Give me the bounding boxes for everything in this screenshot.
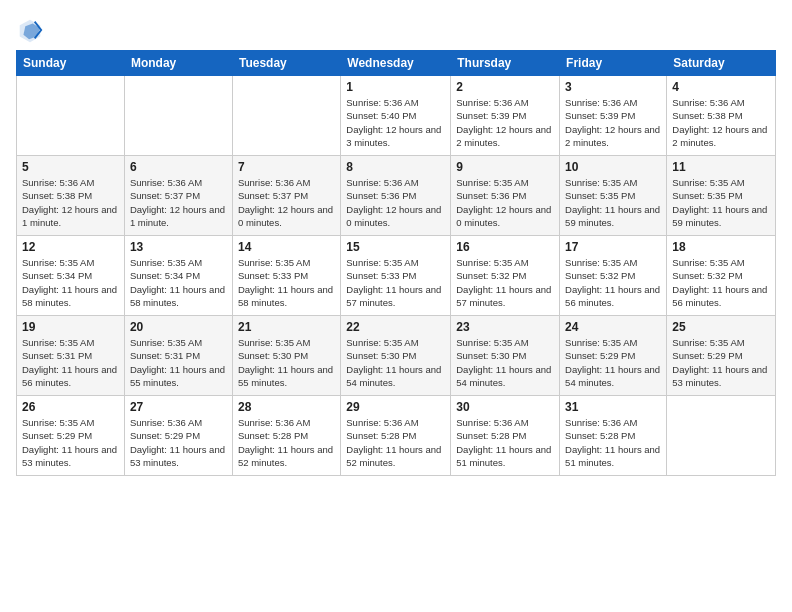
day-number: 17 [565,240,661,254]
day-cell: 17Sunrise: 5:35 AM Sunset: 5:32 PM Dayli… [560,236,667,316]
day-number: 11 [672,160,770,174]
day-info: Sunrise: 5:36 AM Sunset: 5:28 PM Dayligh… [456,416,554,469]
day-number: 29 [346,400,445,414]
day-cell: 27Sunrise: 5:36 AM Sunset: 5:29 PM Dayli… [124,396,232,476]
day-number: 19 [22,320,119,334]
week-row-3: 12Sunrise: 5:35 AM Sunset: 5:34 PM Dayli… [17,236,776,316]
day-cell: 10Sunrise: 5:35 AM Sunset: 5:35 PM Dayli… [560,156,667,236]
day-cell: 4Sunrise: 5:36 AM Sunset: 5:38 PM Daylig… [667,76,776,156]
day-number: 2 [456,80,554,94]
day-cell: 31Sunrise: 5:36 AM Sunset: 5:28 PM Dayli… [560,396,667,476]
day-info: Sunrise: 5:35 AM Sunset: 5:29 PM Dayligh… [672,336,770,389]
day-cell [667,396,776,476]
day-cell: 30Sunrise: 5:36 AM Sunset: 5:28 PM Dayli… [451,396,560,476]
col-header-saturday: Saturday [667,51,776,76]
day-number: 22 [346,320,445,334]
day-number: 27 [130,400,227,414]
day-number: 28 [238,400,335,414]
day-cell [124,76,232,156]
day-info: Sunrise: 5:35 AM Sunset: 5:31 PM Dayligh… [22,336,119,389]
day-number: 1 [346,80,445,94]
week-row-2: 5Sunrise: 5:36 AM Sunset: 5:38 PM Daylig… [17,156,776,236]
day-number: 9 [456,160,554,174]
logo [16,16,48,44]
day-cell: 8Sunrise: 5:36 AM Sunset: 5:36 PM Daylig… [341,156,451,236]
day-number: 5 [22,160,119,174]
day-cell: 19Sunrise: 5:35 AM Sunset: 5:31 PM Dayli… [17,316,125,396]
day-cell: 29Sunrise: 5:36 AM Sunset: 5:28 PM Dayli… [341,396,451,476]
week-row-4: 19Sunrise: 5:35 AM Sunset: 5:31 PM Dayli… [17,316,776,396]
day-cell: 18Sunrise: 5:35 AM Sunset: 5:32 PM Dayli… [667,236,776,316]
day-cell: 22Sunrise: 5:35 AM Sunset: 5:30 PM Dayli… [341,316,451,396]
day-info: Sunrise: 5:35 AM Sunset: 5:31 PM Dayligh… [130,336,227,389]
day-cell: 1Sunrise: 5:36 AM Sunset: 5:40 PM Daylig… [341,76,451,156]
day-info: Sunrise: 5:36 AM Sunset: 5:28 PM Dayligh… [565,416,661,469]
day-number: 12 [22,240,119,254]
day-number: 26 [22,400,119,414]
day-cell: 7Sunrise: 5:36 AM Sunset: 5:37 PM Daylig… [232,156,340,236]
day-number: 31 [565,400,661,414]
day-cell: 21Sunrise: 5:35 AM Sunset: 5:30 PM Dayli… [232,316,340,396]
day-cell: 26Sunrise: 5:35 AM Sunset: 5:29 PM Dayli… [17,396,125,476]
col-header-tuesday: Tuesday [232,51,340,76]
day-number: 14 [238,240,335,254]
day-number: 10 [565,160,661,174]
day-number: 7 [238,160,335,174]
day-info: Sunrise: 5:36 AM Sunset: 5:39 PM Dayligh… [565,96,661,149]
day-cell: 9Sunrise: 5:35 AM Sunset: 5:36 PM Daylig… [451,156,560,236]
day-number: 13 [130,240,227,254]
col-header-friday: Friday [560,51,667,76]
day-number: 23 [456,320,554,334]
day-cell: 25Sunrise: 5:35 AM Sunset: 5:29 PM Dayli… [667,316,776,396]
day-info: Sunrise: 5:35 AM Sunset: 5:32 PM Dayligh… [565,256,661,309]
day-info: Sunrise: 5:36 AM Sunset: 5:28 PM Dayligh… [238,416,335,469]
day-cell: 23Sunrise: 5:35 AM Sunset: 5:30 PM Dayli… [451,316,560,396]
day-cell: 11Sunrise: 5:35 AM Sunset: 5:35 PM Dayli… [667,156,776,236]
day-info: Sunrise: 5:36 AM Sunset: 5:38 PM Dayligh… [22,176,119,229]
day-cell [17,76,125,156]
day-number: 3 [565,80,661,94]
header-row: SundayMondayTuesdayWednesdayThursdayFrid… [17,51,776,76]
day-cell: 12Sunrise: 5:35 AM Sunset: 5:34 PM Dayli… [17,236,125,316]
week-row-5: 26Sunrise: 5:35 AM Sunset: 5:29 PM Dayli… [17,396,776,476]
day-cell [232,76,340,156]
day-cell: 13Sunrise: 5:35 AM Sunset: 5:34 PM Dayli… [124,236,232,316]
day-number: 24 [565,320,661,334]
day-info: Sunrise: 5:36 AM Sunset: 5:29 PM Dayligh… [130,416,227,469]
day-info: Sunrise: 5:35 AM Sunset: 5:30 PM Dayligh… [456,336,554,389]
day-info: Sunrise: 5:36 AM Sunset: 5:37 PM Dayligh… [238,176,335,229]
col-header-monday: Monday [124,51,232,76]
day-info: Sunrise: 5:35 AM Sunset: 5:30 PM Dayligh… [238,336,335,389]
day-info: Sunrise: 5:35 AM Sunset: 5:30 PM Dayligh… [346,336,445,389]
day-cell: 24Sunrise: 5:35 AM Sunset: 5:29 PM Dayli… [560,316,667,396]
day-info: Sunrise: 5:36 AM Sunset: 5:28 PM Dayligh… [346,416,445,469]
day-number: 21 [238,320,335,334]
day-cell: 14Sunrise: 5:35 AM Sunset: 5:33 PM Dayli… [232,236,340,316]
day-number: 6 [130,160,227,174]
day-cell: 2Sunrise: 5:36 AM Sunset: 5:39 PM Daylig… [451,76,560,156]
day-cell: 16Sunrise: 5:35 AM Sunset: 5:32 PM Dayli… [451,236,560,316]
day-cell: 15Sunrise: 5:35 AM Sunset: 5:33 PM Dayli… [341,236,451,316]
day-info: Sunrise: 5:35 AM Sunset: 5:32 PM Dayligh… [672,256,770,309]
logo-icon [16,16,44,44]
col-header-sunday: Sunday [17,51,125,76]
header-area [16,16,776,44]
week-row-1: 1Sunrise: 5:36 AM Sunset: 5:40 PM Daylig… [17,76,776,156]
day-info: Sunrise: 5:36 AM Sunset: 5:38 PM Dayligh… [672,96,770,149]
calendar-table: SundayMondayTuesdayWednesdayThursdayFrid… [16,50,776,476]
col-header-thursday: Thursday [451,51,560,76]
day-number: 4 [672,80,770,94]
col-header-wednesday: Wednesday [341,51,451,76]
day-info: Sunrise: 5:36 AM Sunset: 5:37 PM Dayligh… [130,176,227,229]
day-info: Sunrise: 5:36 AM Sunset: 5:36 PM Dayligh… [346,176,445,229]
day-info: Sunrise: 5:35 AM Sunset: 5:36 PM Dayligh… [456,176,554,229]
day-info: Sunrise: 5:35 AM Sunset: 5:33 PM Dayligh… [346,256,445,309]
day-info: Sunrise: 5:36 AM Sunset: 5:39 PM Dayligh… [456,96,554,149]
day-number: 16 [456,240,554,254]
page: SundayMondayTuesdayWednesdayThursdayFrid… [0,0,792,486]
day-cell: 28Sunrise: 5:36 AM Sunset: 5:28 PM Dayli… [232,396,340,476]
day-info: Sunrise: 5:35 AM Sunset: 5:29 PM Dayligh… [22,416,119,469]
day-cell: 20Sunrise: 5:35 AM Sunset: 5:31 PM Dayli… [124,316,232,396]
day-number: 25 [672,320,770,334]
day-info: Sunrise: 5:35 AM Sunset: 5:35 PM Dayligh… [672,176,770,229]
